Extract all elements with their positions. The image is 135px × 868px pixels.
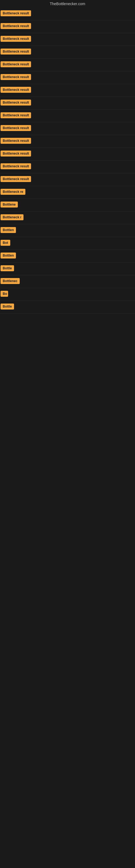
badge-row-11: Bottleneck result	[0, 135, 135, 148]
bottleneck-badge-22[interactable]: Bottlenec	[1, 278, 20, 284]
badge-row-23: Bo	[0, 288, 135, 301]
badge-row-15: Bottleneck re	[0, 186, 135, 199]
badge-row-16: Bottlene	[0, 199, 135, 212]
badge-row-4: Bottleneck result	[0, 46, 135, 59]
bottleneck-badge-8[interactable]: Bottleneck result	[1, 99, 31, 105]
badge-row-14: Bottleneck result	[0, 173, 135, 186]
bottleneck-badge-10[interactable]: Bottleneck result	[1, 125, 31, 131]
bottleneck-badge-13[interactable]: Bottleneck result	[1, 163, 31, 169]
badge-row-9: Bottleneck result	[0, 110, 135, 122]
bottleneck-badge-12[interactable]: Bottleneck result	[1, 151, 31, 156]
bottleneck-badge-23[interactable]: Bo	[1, 291, 8, 297]
badge-row-5: Bottleneck result	[0, 59, 135, 71]
bottleneck-badge-6[interactable]: Bottleneck result	[1, 74, 31, 80]
bottleneck-badge-16[interactable]: Bottlene	[1, 202, 18, 208]
bottleneck-badge-1[interactable]: Bottleneck result	[1, 10, 31, 16]
bottleneck-badge-20[interactable]: Bottlen	[1, 252, 16, 258]
badge-row-13: Bottleneck result	[0, 161, 135, 173]
bottleneck-badge-2[interactable]: Bottleneck result	[1, 23, 31, 29]
badge-row-7: Bottleneck result	[0, 84, 135, 97]
badge-row-20: Bottlen	[0, 250, 135, 262]
badge-row-6: Bottleneck result	[0, 71, 135, 84]
bottleneck-badge-3[interactable]: Bottleneck result	[1, 36, 31, 42]
bottleneck-badge-11[interactable]: Bottleneck result	[1, 138, 31, 144]
badges-container: Bottleneck resultBottleneck resultBottle…	[0, 8, 135, 314]
badge-row-3: Bottleneck result	[0, 33, 135, 46]
bottleneck-badge-9[interactable]: Bottleneck result	[1, 112, 31, 118]
badge-row-19: Bot	[0, 237, 135, 250]
bottleneck-badge-5[interactable]: Bottleneck result	[1, 61, 31, 67]
bottleneck-badge-24[interactable]: Bottle	[1, 304, 14, 310]
bottleneck-badge-21[interactable]: Bottle	[1, 265, 14, 271]
badge-row-2: Bottleneck result	[0, 20, 135, 33]
bottleneck-badge-15[interactable]: Bottleneck re	[1, 189, 26, 195]
badge-row-24: Bottle	[0, 301, 135, 314]
badge-row-10: Bottleneck result	[0, 122, 135, 135]
badge-row-8: Bottleneck result	[0, 97, 135, 110]
bottleneck-badge-17[interactable]: Bottleneck r	[1, 214, 24, 220]
bottleneck-badge-18[interactable]: Bottlen	[1, 227, 16, 233]
bottleneck-badge-14[interactable]: Bottleneck result	[1, 176, 31, 182]
badge-row-12: Bottleneck result	[0, 148, 135, 161]
bottleneck-badge-7[interactable]: Bottleneck result	[1, 87, 31, 93]
bottleneck-badge-19[interactable]: Bot	[1, 240, 10, 246]
badge-row-17: Bottleneck r	[0, 212, 135, 224]
badge-row-21: Bottle	[0, 262, 135, 275]
bottleneck-badge-4[interactable]: Bottleneck result	[1, 49, 31, 55]
badge-row-22: Bottlenec	[0, 275, 135, 288]
badge-row-18: Bottlen	[0, 224, 135, 237]
badge-row-1: Bottleneck result	[0, 8, 135, 20]
site-title: TheBottlenecker.com	[0, 0, 135, 8]
